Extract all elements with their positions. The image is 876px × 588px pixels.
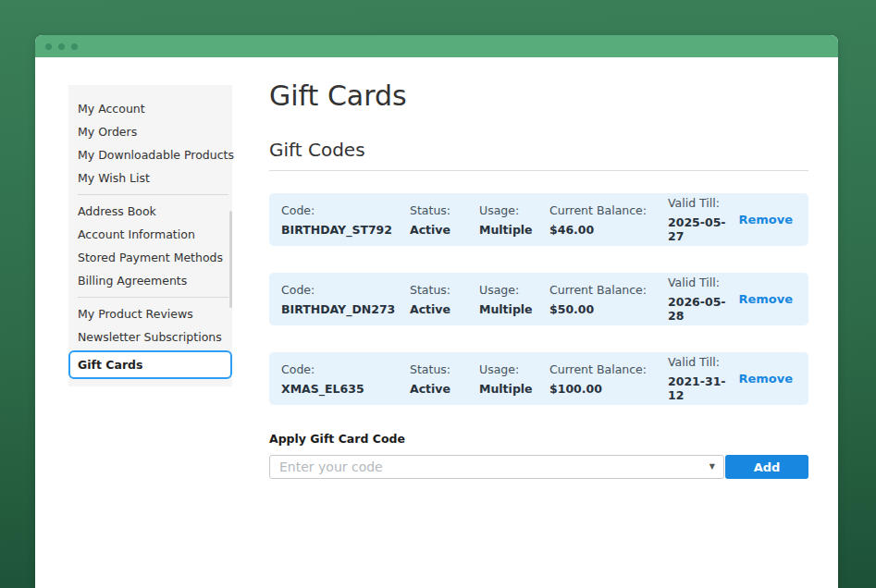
window-minimize-icon[interactable] <box>58 43 65 50</box>
gift-card-row: Code:BIRTHDAY_ST792 Status:Active Usage:… <box>269 193 808 246</box>
code-label: Code: <box>281 362 410 376</box>
valid-till-value: 2026-05-28 <box>668 295 738 323</box>
sidebar-item-newsletter-subscriptions[interactable]: Newsletter Subscriptions <box>68 325 232 349</box>
usage-label: Usage: <box>479 283 549 297</box>
usage-label: Usage: <box>479 203 549 217</box>
code-label: Code: <box>281 203 410 217</box>
valid-till-value: 2025-05-27 <box>668 215 738 243</box>
page-content: My Account My Orders My Downloadable Pro… <box>35 57 838 588</box>
balance-label: Current Balance: <box>549 283 668 297</box>
section-title-gift-codes: Gift Codes <box>269 139 808 161</box>
apply-gift-card-form: ▼ Add <box>269 455 808 479</box>
chevron-down-icon[interactable]: ▼ <box>709 462 715 471</box>
balance-label: Current Balance: <box>549 203 668 217</box>
status-value: Active <box>410 223 479 237</box>
code-value: BIRTHDAY_ST792 <box>281 223 410 237</box>
valid-till-value: 2021-31-12 <box>668 374 738 402</box>
usage-label: Usage: <box>479 362 549 376</box>
sidebar-item-my-orders[interactable]: My Orders <box>68 120 232 143</box>
code-label: Code: <box>281 283 410 297</box>
usage-value: Multiple <box>479 223 549 237</box>
sidebar-scrollbar[interactable] <box>229 211 232 308</box>
gift-card-row: Code:BIRTHDAY_DN273 Status:Active Usage:… <box>269 273 808 325</box>
gift-code-select[interactable]: ▼ <box>269 455 724 479</box>
remove-button[interactable]: Remove <box>738 213 793 227</box>
balance-label: Current Balance: <box>549 362 668 376</box>
sidebar-divider <box>78 194 228 195</box>
balance-value: $50.00 <box>549 302 668 316</box>
remove-button[interactable]: Remove <box>738 372 793 386</box>
sidebar-item-my-account[interactable]: My Account <box>68 97 232 120</box>
window-close-icon[interactable] <box>45 43 52 50</box>
sidebar-divider <box>78 297 228 298</box>
sidebar-item-account-information[interactable]: Account Information <box>68 223 232 246</box>
balance-value: $46.00 <box>549 223 668 237</box>
status-label: Status: <box>410 203 479 217</box>
status-label: Status: <box>410 283 479 297</box>
valid-till-label: Valid Till: <box>668 196 738 210</box>
sidebar-item-my-downloadable-products[interactable]: My Downloadable Products <box>68 143 232 166</box>
status-label: Status: <box>410 362 479 376</box>
gift-code-input[interactable] <box>270 456 723 478</box>
sidebar-item-gift-cards[interactable]: Gift Cards <box>68 350 232 379</box>
remove-button[interactable]: Remove <box>738 292 793 306</box>
balance-value: $100.00 <box>549 382 668 396</box>
section-divider <box>269 170 808 171</box>
code-value: BIRTHDAY_DN273 <box>281 302 410 316</box>
desktop-background: { "sidebar": { "items": [ {"label": "My … <box>0 0 876 588</box>
usage-value: Multiple <box>479 382 549 396</box>
gift-cards-panel: Gift Cards Gift Codes Code:BIRTHDAY_ST79… <box>269 57 808 479</box>
window-titlebar[interactable] <box>35 35 838 57</box>
valid-till-label: Valid Till: <box>668 276 738 289</box>
add-button[interactable]: Add <box>725 455 808 479</box>
sidebar-item-my-product-reviews[interactable]: My Product Reviews <box>68 302 232 325</box>
code-value: XMAS_EL635 <box>281 382 410 396</box>
window-maximize-icon[interactable] <box>71 43 78 50</box>
sidebar-item-stored-payment-methods[interactable]: Stored Payment Methods <box>68 246 232 269</box>
gift-card-row: Code:XMAS_EL635 Status:Active Usage:Mult… <box>269 352 808 405</box>
sidebar-item-my-wish-list[interactable]: My Wish List <box>68 166 232 190</box>
page-title: Gift Cards <box>269 80 808 113</box>
account-sidebar: My Account My Orders My Downloadable Pro… <box>68 85 232 386</box>
sidebar-item-billing-agreements[interactable]: Billing Agreements <box>68 269 232 292</box>
status-value: Active <box>410 382 479 396</box>
status-value: Active <box>410 302 479 316</box>
usage-value: Multiple <box>479 302 549 316</box>
sidebar-item-address-book[interactable]: Address Book <box>68 200 232 223</box>
browser-window: My Account My Orders My Downloadable Pro… <box>35 35 838 588</box>
apply-gift-card-label: Apply Gift Card Code <box>269 432 808 446</box>
valid-till-label: Valid Till: <box>668 355 738 369</box>
gift-card-list: Code:BIRTHDAY_ST792 Status:Active Usage:… <box>269 193 808 405</box>
